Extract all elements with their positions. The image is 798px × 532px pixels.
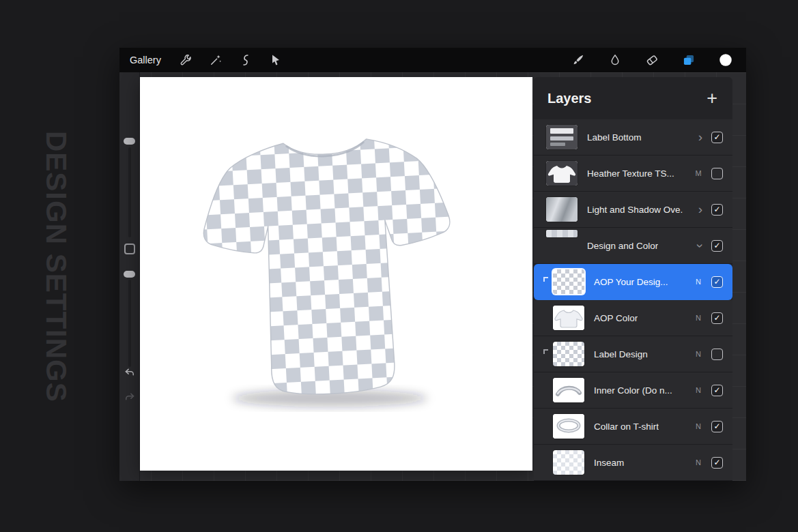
layer-row[interactable]: Design and Color › xyxy=(534,228,732,264)
undo-button[interactable] xyxy=(124,367,136,379)
layer-thumbnail xyxy=(553,378,584,402)
layer-row-controls: › xyxy=(698,203,723,216)
layer-visibility-checkbox[interactable] xyxy=(711,312,723,324)
clipping-mask-icon xyxy=(543,349,548,354)
layer-thumbnail xyxy=(546,125,578,149)
layers-icon[interactable] xyxy=(681,53,696,68)
brush-icon[interactable] xyxy=(571,53,586,68)
blend-mode-badge: N xyxy=(694,386,702,394)
layer-name: AOP Color xyxy=(594,313,638,323)
workspace: Layers + Label Bottom › Heather Texture … xyxy=(119,72,746,481)
layer-thumbnail xyxy=(553,269,584,294)
layers-title: Layers xyxy=(547,91,592,106)
layer-visibility-checkbox[interactable] xyxy=(711,240,723,252)
layer-name: AOP Your Desig... xyxy=(594,277,668,287)
layer-name: Inner Color (Do n... xyxy=(594,385,672,396)
layer-row[interactable]: Collar on T-shirt N xyxy=(534,409,732,445)
opacity-slider-handle[interactable] xyxy=(124,271,135,278)
layer-row-controls: N xyxy=(694,276,723,288)
layer-row[interactable]: Light and Shadow Ove... › xyxy=(534,192,732,228)
wrench-icon[interactable] xyxy=(178,53,193,68)
sidebar xyxy=(119,72,140,481)
layer-name: Label Design xyxy=(594,349,648,359)
layer-visibility-checkbox[interactable] xyxy=(711,385,723,396)
layers-list: Label Bottom › Heather Texture TS... M L… xyxy=(534,119,732,481)
layer-name: Design and Color xyxy=(587,241,658,251)
layers-panel-header: Layers + xyxy=(534,77,732,119)
color-swatch[interactable] xyxy=(718,53,733,68)
opacity-slider-track[interactable] xyxy=(128,280,131,367)
modify-button[interactable] xyxy=(124,243,135,254)
redo-button[interactable] xyxy=(124,391,136,404)
layers-panel: Layers + Label Bottom › Heather Texture … xyxy=(534,77,732,481)
layer-row[interactable]: AOP Your Desig... N xyxy=(534,264,732,300)
smudge-icon[interactable] xyxy=(608,53,623,68)
layer-visibility-checkbox[interactable] xyxy=(711,421,723,432)
brush-size-slider-track[interactable] xyxy=(128,147,131,237)
gallery-button[interactable]: Gallery xyxy=(130,55,161,65)
layer-name: Light and Shadow Ove... xyxy=(587,205,683,215)
selection-icon[interactable] xyxy=(238,53,253,68)
canvas[interactable] xyxy=(140,77,532,471)
layer-visibility-checkbox[interactable] xyxy=(711,349,723,360)
layer-visibility-checkbox[interactable] xyxy=(711,132,723,143)
layer-row-controls: N xyxy=(694,385,723,396)
layer-row-controls: M xyxy=(694,168,723,179)
layer-visibility-checkbox[interactable] xyxy=(711,204,723,216)
layer-row-controls: › xyxy=(698,131,723,144)
layer-name: Label Bottom xyxy=(587,132,642,143)
blend-mode-badge: N xyxy=(694,278,702,286)
layer-thumbnail xyxy=(553,306,584,330)
layer-row[interactable]: Label Design N xyxy=(534,336,732,372)
layer-row[interactable]: Heather Texture TS... M xyxy=(534,156,732,192)
layer-thumbnail xyxy=(546,161,578,186)
transform-icon[interactable] xyxy=(268,53,283,68)
layer-row[interactable]: Inner Color (Do n... N xyxy=(534,372,732,409)
brush-size-slider-handle[interactable] xyxy=(124,138,135,145)
layer-visibility-checkbox[interactable] xyxy=(711,168,723,179)
blend-mode-badge: N xyxy=(694,314,702,322)
layer-row-controls: N xyxy=(694,312,723,324)
blend-mode-badge: N xyxy=(694,422,702,430)
blend-mode-badge: N xyxy=(694,350,702,358)
layer-row[interactable]: Label Bottom › xyxy=(534,119,732,156)
layer-thumbnail xyxy=(546,230,578,237)
layer-name: Collar on T-shirt xyxy=(594,422,659,432)
layer-visibility-checkbox[interactable] xyxy=(711,457,723,469)
blend-mode-badge: N xyxy=(694,458,702,467)
clipping-mask-icon xyxy=(543,277,548,282)
layer-thumbnail xyxy=(553,450,584,475)
blend-mode-badge: M xyxy=(694,169,702,177)
layer-row-controls: N xyxy=(694,457,723,469)
watermark-design-settings: DESIGN SETTINGS xyxy=(40,131,72,402)
eraser-icon[interactable] xyxy=(644,53,659,68)
chevron-icon[interactable]: › xyxy=(698,130,702,143)
layer-name: Inseam xyxy=(594,458,624,468)
layer-thumbnail xyxy=(553,414,584,439)
app-window: Gallery xyxy=(119,48,746,481)
toolbar-right-group xyxy=(571,53,736,68)
layer-thumbnail xyxy=(546,197,578,222)
layer-row-controls: N xyxy=(694,421,723,432)
adjustments-icon[interactable] xyxy=(208,53,223,68)
add-layer-button[interactable]: + xyxy=(705,89,719,108)
layer-name: Heather Texture TS... xyxy=(587,168,674,179)
chevron-icon[interactable]: › xyxy=(698,203,702,216)
tshirt-mockup-image xyxy=(195,107,468,415)
toolbar: Gallery xyxy=(119,48,746,72)
layer-row[interactable]: Inseam N xyxy=(534,445,732,481)
layer-row[interactable]: AOP Color N xyxy=(534,300,732,336)
layer-row-controls: › xyxy=(698,239,723,252)
layer-visibility-checkbox[interactable] xyxy=(711,276,723,288)
chevron-icon[interactable]: › xyxy=(694,243,707,248)
layer-thumbnail xyxy=(553,342,584,366)
layer-row-controls: N xyxy=(694,349,723,360)
